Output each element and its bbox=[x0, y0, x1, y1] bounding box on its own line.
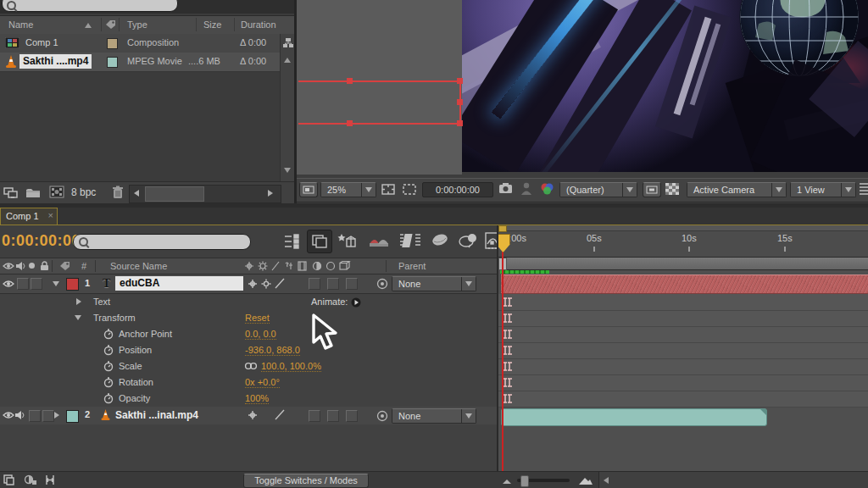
selection-handle[interactable] bbox=[457, 99, 463, 105]
composition-pasteboard[interactable] bbox=[297, 0, 462, 175]
column-duration[interactable]: Duration bbox=[241, 19, 276, 30]
project-search-input[interactable] bbox=[2, 0, 178, 12]
transparency-grid-icon[interactable] bbox=[665, 182, 680, 196]
hide-shy-layers-icon[interactable] bbox=[337, 232, 358, 249]
grid-options-icon[interactable] bbox=[859, 183, 868, 195]
layer-row-1[interactable]: 1 T eduCBA None bbox=[0, 274, 497, 294]
flowchart-icon[interactable] bbox=[283, 38, 293, 47]
project-item-comp1[interactable]: Comp 1 Composition Δ 0:00 bbox=[0, 34, 280, 53]
magnification-dropdown[interactable]: 25% bbox=[320, 182, 376, 197]
expand-inout-columns-icon[interactable] bbox=[44, 474, 56, 485]
layer-label-color[interactable] bbox=[66, 278, 79, 291]
property-group-transform[interactable]: Transform Reset bbox=[0, 310, 497, 327]
selection-bounds-top[interactable] bbox=[298, 80, 460, 82]
camera-view-dropdown[interactable]: Active Camera bbox=[687, 182, 787, 197]
layer-row-2[interactable]: 2 Sakthi ...inal.mp4 None bbox=[0, 407, 497, 425]
solo-switch[interactable] bbox=[17, 278, 29, 290]
expand-transfer-controls-icon[interactable] bbox=[24, 474, 37, 485]
frame-blending-icon[interactable] bbox=[368, 233, 390, 248]
selection-handle[interactable] bbox=[457, 120, 463, 126]
stopwatch-icon[interactable] bbox=[103, 345, 114, 356]
scroll-up-icon[interactable] bbox=[284, 58, 291, 63]
property-anchor-point[interactable]: Anchor Point 0.0, 0.0 bbox=[0, 326, 497, 343]
lock-switch[interactable] bbox=[42, 410, 54, 422]
label-color-swatch[interactable] bbox=[107, 57, 118, 68]
zoom-in-mountain-icon[interactable] bbox=[578, 475, 593, 485]
layer-name-selected[interactable]: eduCBA bbox=[115, 276, 243, 291]
column-size[interactable]: Size bbox=[203, 19, 221, 30]
stopwatch-icon[interactable] bbox=[103, 377, 114, 388]
layer-expander-icon[interactable] bbox=[53, 281, 59, 286]
frame-blend-switch[interactable] bbox=[327, 410, 339, 422]
fast-previews-icon[interactable] bbox=[643, 182, 661, 197]
draft-3d-button[interactable] bbox=[307, 230, 332, 253]
rotation-value[interactable]: 0x +0.0° bbox=[245, 377, 280, 388]
project-item-sakthi[interactable]: Sakthi ....mp4 MPEG Movie ....6 MB Δ 0:0… bbox=[0, 53, 280, 72]
selection-handle[interactable] bbox=[347, 78, 353, 84]
comp-mini-flowchart-icon[interactable] bbox=[283, 234, 302, 249]
project-horizontal-scrollbar[interactable] bbox=[129, 185, 281, 203]
time-navigator-handle[interactable] bbox=[498, 225, 507, 232]
timeline-timecode[interactable]: 0:00:00:00 bbox=[2, 232, 81, 250]
column-parent[interactable]: Parent bbox=[398, 261, 426, 271]
property-position[interactable]: Position -936.0, 868.0 bbox=[0, 342, 497, 359]
stopwatch-icon[interactable] bbox=[103, 361, 114, 372]
safe-zones-icon[interactable] bbox=[381, 183, 396, 196]
snapshot-camera-icon[interactable] bbox=[498, 182, 513, 194]
work-area-bar[interactable] bbox=[498, 258, 868, 270]
layer-expander-icon[interactable] bbox=[54, 412, 59, 419]
parent-dropdown-layer2[interactable]: None bbox=[392, 408, 476, 424]
composition-viewport[interactable] bbox=[462, 0, 868, 172]
selection-bounds-bottom[interactable] bbox=[298, 123, 460, 125]
comp-timecode[interactable]: 0:00:00:00 bbox=[422, 182, 493, 197]
always-preview-icon[interactable] bbox=[299, 182, 318, 197]
quality-switch-icon[interactable] bbox=[261, 279, 271, 289]
new-composition-icon[interactable] bbox=[49, 186, 64, 198]
parent-pickwhip-icon[interactable] bbox=[376, 410, 388, 422]
scrollbar-thumb[interactable] bbox=[145, 186, 204, 202]
interpret-footage-icon[interactable] bbox=[3, 187, 18, 198]
parent-dropdown-layer1[interactable]: None bbox=[392, 276, 476, 291]
selection-handle[interactable] bbox=[457, 78, 463, 84]
region-of-interest-icon[interactable] bbox=[402, 183, 417, 196]
scale-value[interactable]: 100.0, 100.0% bbox=[261, 361, 321, 372]
zoom-slider-handle[interactable] bbox=[520, 475, 529, 487]
view-layout-dropdown[interactable]: 1 View bbox=[790, 182, 856, 197]
label-tag-icon[interactable] bbox=[105, 19, 116, 30]
animate-menu-icon[interactable] bbox=[351, 297, 361, 308]
stopwatch-icon[interactable] bbox=[103, 329, 114, 340]
group-expander-icon[interactable] bbox=[76, 298, 81, 305]
tab-close-icon[interactable]: × bbox=[48, 210, 53, 220]
expand-layer-switches-icon[interactable] bbox=[3, 474, 16, 485]
anchor-point-value[interactable]: 0.0, 0.0 bbox=[245, 329, 276, 340]
scroll-down-icon[interactable] bbox=[284, 168, 291, 173]
scroll-right-icon[interactable] bbox=[268, 190, 273, 197]
video-eye-icon[interactable] bbox=[3, 411, 14, 419]
timeline-zoom-slider[interactable] bbox=[517, 479, 570, 482]
column-source-name[interactable]: Source Name bbox=[110, 261, 167, 271]
adjustment-capsule-icon[interactable] bbox=[431, 233, 449, 247]
parent-pickwhip-icon[interactable] bbox=[376, 278, 388, 290]
layer1-duration-bar[interactable] bbox=[501, 274, 868, 294]
scroll-left-icon[interactable] bbox=[604, 477, 609, 484]
layer-label-color[interactable] bbox=[66, 410, 79, 423]
position-value[interactable]: -936.0, 868.0 bbox=[245, 345, 300, 356]
timeline-search-input[interactable] bbox=[73, 234, 251, 250]
frame-blend-switch[interactable] bbox=[327, 278, 339, 290]
zoom-out-mountain-icon[interactable] bbox=[502, 478, 512, 485]
layer2-duration-bar[interactable] bbox=[501, 408, 767, 426]
property-group-text[interactable]: Text Animate: bbox=[0, 294, 497, 311]
transform-reset-link[interactable]: Reset bbox=[245, 313, 270, 324]
tab-comp1[interactable]: Comp 1 × bbox=[0, 208, 58, 226]
stopwatch-icon[interactable] bbox=[103, 393, 114, 404]
solo-switch[interactable] bbox=[29, 410, 41, 422]
opacity-value[interactable]: 100% bbox=[245, 393, 269, 404]
effects-switch[interactable] bbox=[309, 410, 320, 422]
motion-blur-icon[interactable] bbox=[398, 232, 422, 249]
trash-icon[interactable] bbox=[112, 186, 124, 199]
anchor-switch-icon[interactable] bbox=[248, 410, 258, 420]
audio-speaker-icon[interactable] bbox=[14, 410, 25, 420]
timeline-horizontal-scrollbar[interactable] bbox=[598, 472, 868, 488]
label-color-swatch[interactable] bbox=[107, 38, 118, 49]
quality-switch-icon[interactable] bbox=[275, 409, 285, 420]
